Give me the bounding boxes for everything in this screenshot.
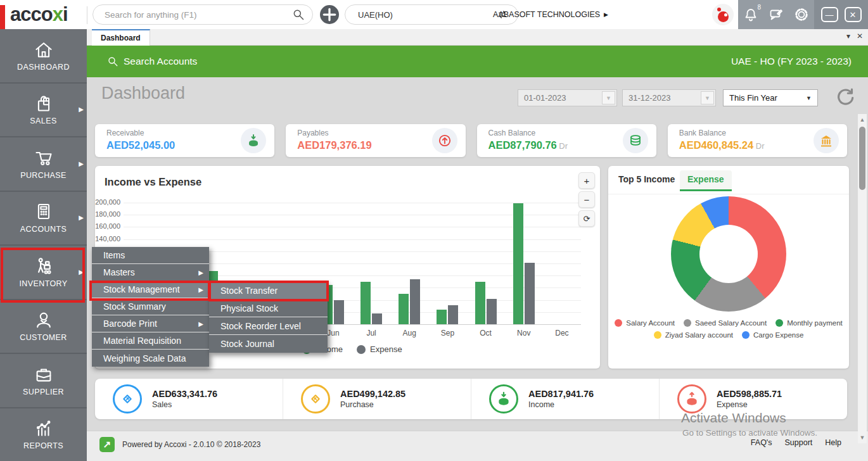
period-select[interactable]: This Fin Year ▼: [723, 89, 818, 106]
menu-item-barcode-print[interactable]: Barcode Print▶: [92, 315, 209, 332]
total-card-sales[interactable]: AED633,341.76Sales: [95, 379, 283, 419]
bar-expense-sep[interactable]: [448, 305, 458, 324]
chart-zoom-out-button[interactable]: −: [578, 191, 595, 208]
x-axis-label: Jul: [354, 329, 389, 338]
minimize-button[interactable]: —: [821, 7, 838, 22]
menu-item-label: Stock Transfer: [220, 286, 278, 296]
menu-item-stock-management[interactable]: Stock Management▶: [92, 281, 209, 298]
scroll-up-icon[interactable]: ▲: [858, 115, 867, 124]
sidebar-item-inventory[interactable]: INVENTORY▶: [0, 246, 87, 300]
company-menu[interactable]: AABASOFT TECHNOLOGIES ▶: [493, 0, 608, 29]
messages-icon[interactable]: [769, 7, 784, 22]
summary-card-bank-balance[interactable]: Bank BalanceAED460,845.24 Dr: [668, 124, 847, 157]
bar-income-nov[interactable]: [513, 203, 523, 324]
menu-item-material-requisition[interactable]: Material Requisition: [92, 332, 209, 350]
tab-close-icon[interactable]: ✕: [857, 32, 863, 41]
activate-windows-watermark: Activate Windows: [681, 410, 786, 426]
sidebar-item-sales[interactable]: SALES▶: [0, 84, 87, 138]
bar-income-sep[interactable]: [437, 310, 447, 324]
scrollbar-thumb[interactable]: [859, 127, 865, 190]
notifications-bell-icon[interactable]: 8: [743, 7, 758, 22]
close-button[interactable]: ✕: [845, 7, 862, 22]
date-to-dropdown-icon[interactable]: ▼: [701, 91, 714, 104]
donut-legend-item-cargo-expense: Cargo Expense: [742, 331, 803, 339]
summary-card-cash-balance[interactable]: Cash BalanceAED87,790.76 Dr: [477, 124, 656, 157]
global-search-input[interactable]: [105, 10, 292, 20]
y-axis-tick: 180,000: [95, 210, 120, 218]
footer-link-help[interactable]: Help: [825, 438, 841, 447]
tab-top5-income[interactable]: Top 5 Income: [618, 174, 675, 184]
global-search[interactable]: [93, 4, 313, 25]
menu-item-items[interactable]: Items: [92, 247, 209, 264]
bar-expense-jul[interactable]: [372, 313, 382, 324]
refresh-dashboard-button[interactable]: [835, 87, 855, 108]
search-accounts-button[interactable]: Search Accounts: [107, 56, 197, 67]
date-from-field[interactable]: 01-01-2023 ▼: [518, 89, 617, 106]
tab-top5-expense[interactable]: Expense: [680, 170, 732, 191]
coins-icon: [623, 128, 648, 153]
accounts-header-bar: Search Accounts UAE - HO (FY 2023 - 2023…: [87, 46, 868, 77]
menu-item-label: Masters: [103, 267, 135, 277]
sidebar-item-supplier[interactable]: SUPPLIER: [0, 354, 87, 408]
date-to-field[interactable]: 31-12-2023 ▼: [622, 89, 716, 106]
menu-item-weighing-scale-data[interactable]: Weighing Scale Data: [92, 350, 209, 367]
bar-expense-nov[interactable]: [525, 263, 535, 324]
x-axis-label: Oct: [468, 329, 504, 338]
bar-income-oct[interactable]: [475, 282, 485, 324]
user-avatar[interactable]: [712, 4, 734, 25]
chevron-down-icon: ▼: [806, 95, 812, 101]
quick-add-button[interactable]: [320, 5, 339, 24]
sidebar-item-dashboard[interactable]: DASHBOARD: [0, 29, 87, 84]
branch-selector[interactable]: UAE(HO): [345, 4, 518, 25]
legend-dot: [742, 331, 750, 339]
footer-link-support[interactable]: Support: [785, 438, 813, 447]
bar-income-aug[interactable]: [399, 294, 409, 324]
submenu-item-physical-stock[interactable]: Physical Stock: [209, 300, 328, 317]
home-icon: [33, 40, 54, 59]
sidebar-item-customer[interactable]: CUSTOMER: [0, 300, 87, 355]
submenu-item-stock-journal[interactable]: Stock Journal: [209, 335, 328, 353]
chart-zoom-in-button[interactable]: +: [578, 172, 595, 189]
total-card-purchase[interactable]: AED499,142.85Purchase: [283, 379, 471, 419]
legend-dot: [357, 345, 366, 354]
total-card-income[interactable]: AED817,941.76Income: [471, 379, 660, 419]
submenu-item-stock-transfer[interactable]: Stock Transfer: [209, 282, 328, 300]
chevron-right-icon: ▶: [198, 269, 203, 276]
settings-gear-icon[interactable]: [794, 7, 809, 22]
scroll-down-icon[interactable]: ▼: [858, 433, 867, 442]
search-icon[interactable]: [292, 8, 305, 21]
accoxi-footer-logo: ↗: [99, 437, 115, 452]
tab-dashboard[interactable]: Dashboard: [92, 29, 150, 46]
sidebar-item-accounts[interactable]: ACCOUNTS▶: [0, 192, 87, 246]
sidebar-item-reports[interactable]: REPORTS: [0, 408, 87, 461]
footer-link-faq-s[interactable]: FAQ's: [751, 438, 772, 447]
chevron-right-icon: ▶: [79, 106, 84, 113]
vertical-scrollbar[interactable]: ▲ ▼: [858, 114, 867, 443]
sidebar-nav: DASHBOARDSALES▶PURCHASE▶ACCOUNTS▶INVENTO…: [0, 29, 87, 461]
bar-expense-oct[interactable]: [487, 299, 497, 324]
income-coin-icon: [489, 384, 518, 414]
total-label: Sales: [152, 400, 217, 409]
inventory-context-menu: ItemsMasters▶Stock Management▶Stock Summ…: [92, 247, 209, 367]
bar-expense-aug[interactable]: [410, 279, 420, 324]
donut-legend-item-ziyad-salary-account: Ziyad Salary account: [654, 331, 733, 339]
menu-item-masters[interactable]: Masters▶: [92, 264, 209, 281]
tab-list-dropdown-icon[interactable]: ▾: [846, 32, 850, 41]
menu-item-label: Stock Reorder Level: [220, 321, 301, 331]
chart-reset-button[interactable]: ⟳: [578, 210, 595, 227]
expense-donut-chart[interactable]: [671, 196, 786, 312]
submenu-item-stock-reorder-level[interactable]: Stock Reorder Level: [209, 317, 328, 335]
topbar-icon-panel: 8: [738, 0, 814, 29]
company-name: AABASOFT TECHNOLOGIES: [493, 10, 600, 19]
menu-item-stock-summary[interactable]: Stock Summary: [92, 298, 209, 315]
summary-card-payables[interactable]: PayablesAED179,376.19: [286, 124, 465, 157]
summary-card-receivable[interactable]: ReceivableAED52,045.00: [95, 124, 274, 157]
bar-expense-jun[interactable]: [334, 300, 344, 324]
window-edge-accent: [0, 5, 5, 29]
total-label: Income: [528, 400, 594, 409]
bar-income-jul[interactable]: [361, 282, 371, 324]
sidebar-item-purchase[interactable]: PURCHASE▶: [0, 137, 87, 192]
donut-legend: Salary AccountSaeed Salary AccountMonthl…: [615, 319, 843, 339]
x-axis-label: Dec: [544, 329, 580, 338]
date-from-dropdown-icon[interactable]: ▼: [602, 91, 615, 104]
